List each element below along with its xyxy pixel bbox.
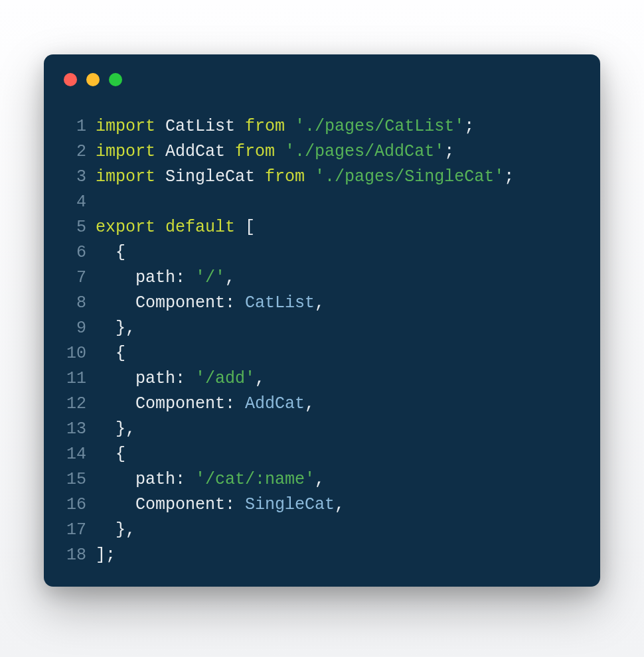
token-punc xyxy=(275,142,285,161)
token-punc xyxy=(96,394,135,413)
token-kw: import xyxy=(96,167,155,186)
token-punc: { xyxy=(96,344,125,363)
token-punc: , xyxy=(225,268,235,287)
token-punc: ; xyxy=(504,167,514,186)
code-line: 17 }, xyxy=(58,518,600,543)
token-ident: SingleCat xyxy=(165,167,255,186)
line-number: 13 xyxy=(58,417,86,442)
code-line: 15 path: '/cat/:name', xyxy=(58,467,600,492)
token-kw: default xyxy=(165,218,235,237)
line-number: 10 xyxy=(58,341,86,366)
code-line: 7 path: '/', xyxy=(58,265,600,291)
code-line: 4 xyxy=(58,190,600,215)
token-punc: : xyxy=(225,293,245,313)
line-number: 7 xyxy=(58,265,86,291)
token-punc xyxy=(155,117,165,136)
token-punc xyxy=(155,167,165,186)
line-number: 15 xyxy=(58,467,86,492)
token-prop: path xyxy=(135,268,175,287)
code-line: 8 Component: CatList, xyxy=(58,291,600,316)
code-line: 13 }, xyxy=(58,417,600,442)
token-str: '/cat/:name' xyxy=(195,470,315,489)
token-punc: : xyxy=(175,470,195,489)
token-cls: SingleCat xyxy=(245,495,335,514)
token-punc xyxy=(255,167,265,186)
code-line: 18]; xyxy=(58,543,600,568)
line-number: 8 xyxy=(58,291,86,316)
line-number: 14 xyxy=(58,442,86,467)
token-punc: : xyxy=(175,369,195,388)
token-punc: }, xyxy=(96,520,135,540)
code-line: 14 { xyxy=(58,442,600,467)
token-punc xyxy=(285,117,295,136)
token-punc xyxy=(305,167,315,186)
token-punc xyxy=(96,470,135,489)
code-line: 6 { xyxy=(58,240,600,265)
close-icon[interactable] xyxy=(64,73,77,86)
token-prop: Component xyxy=(135,293,225,313)
token-punc: , xyxy=(335,495,345,514)
code-line: 5export default [ xyxy=(58,215,600,240)
code-line: 16 Component: SingleCat, xyxy=(58,492,600,518)
line-number: 3 xyxy=(58,165,86,190)
code-line: 10 { xyxy=(58,341,600,366)
token-punc xyxy=(155,218,165,237)
token-prop: path xyxy=(135,369,175,388)
token-punc: , xyxy=(315,293,325,313)
token-str: './pages/CatList' xyxy=(295,117,464,136)
token-prop: Component xyxy=(135,394,225,413)
line-number: 16 xyxy=(58,492,86,518)
line-number: 1 xyxy=(58,114,86,139)
line-number: 11 xyxy=(58,366,86,392)
token-cls: AddCat xyxy=(245,394,305,413)
token-punc: { xyxy=(96,243,125,262)
token-punc: ; xyxy=(464,117,474,136)
token-kw: from xyxy=(265,167,305,186)
token-kw: import xyxy=(96,142,155,161)
token-str: '/add' xyxy=(195,369,255,388)
code-line: 12 Component: AddCat, xyxy=(58,392,600,417)
token-kw: export xyxy=(96,218,155,237)
token-ident: CatList xyxy=(165,117,235,136)
code-line: 11 path: '/add', xyxy=(58,366,600,392)
token-punc xyxy=(225,142,235,161)
line-number: 12 xyxy=(58,392,86,417)
token-kw: from xyxy=(235,142,275,161)
token-punc: { xyxy=(96,445,125,464)
token-kw: from xyxy=(245,117,285,136)
line-number: 9 xyxy=(58,316,86,341)
token-punc: , xyxy=(315,470,325,489)
token-punc: , xyxy=(305,394,315,413)
code-block: 1import CatList from './pages/CatList';2… xyxy=(44,114,600,568)
token-punc xyxy=(96,369,135,388)
token-ident: AddCat xyxy=(165,142,225,161)
token-str: './pages/AddCat' xyxy=(285,142,444,161)
token-punc: ]; xyxy=(96,546,116,565)
token-punc xyxy=(155,142,165,161)
token-punc xyxy=(235,117,245,136)
token-punc xyxy=(96,495,135,514)
token-punc: , xyxy=(255,369,265,388)
token-punc: }, xyxy=(96,419,135,439)
token-punc: }, xyxy=(96,319,135,338)
code-window: 1import CatList from './pages/CatList';2… xyxy=(44,54,600,587)
token-punc: : xyxy=(225,495,245,514)
minimize-icon[interactable] xyxy=(86,73,100,86)
line-number: 6 xyxy=(58,240,86,265)
token-prop: path xyxy=(135,470,175,489)
token-punc xyxy=(96,268,135,287)
line-number: 2 xyxy=(58,139,86,165)
code-line: 9 }, xyxy=(58,316,600,341)
token-punc: : xyxy=(225,394,245,413)
maximize-icon[interactable] xyxy=(109,73,122,86)
code-line: 2import AddCat from './pages/AddCat'; xyxy=(58,139,600,165)
token-punc: [ xyxy=(235,218,255,237)
token-cls: CatList xyxy=(245,293,315,313)
token-str: './pages/SingleCat' xyxy=(315,167,504,186)
token-str: '/' xyxy=(195,268,225,287)
token-punc: : xyxy=(175,268,195,287)
line-number: 18 xyxy=(58,543,86,568)
token-prop: Component xyxy=(135,495,225,514)
line-number: 5 xyxy=(58,215,86,240)
token-punc: ; xyxy=(444,142,454,161)
